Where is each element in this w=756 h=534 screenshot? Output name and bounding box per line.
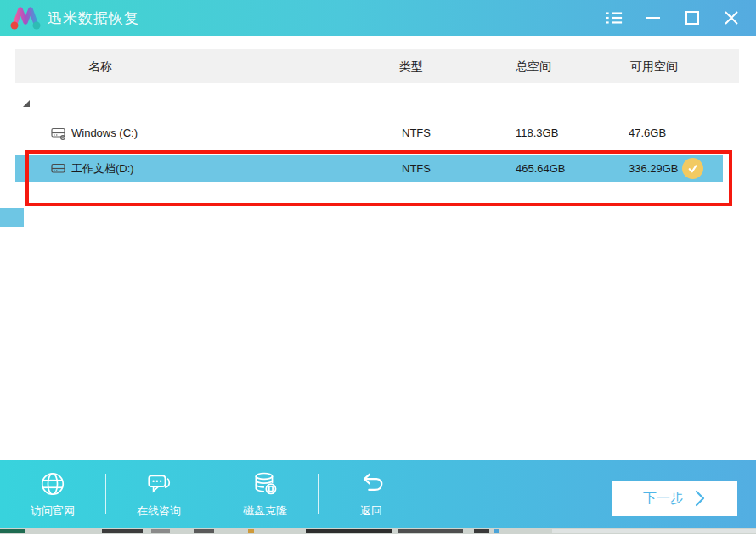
column-header-total[interactable]: 总空间 (516, 49, 551, 83)
drive-name: 工作文档(D:) (71, 155, 134, 182)
app-logo-icon (8, 3, 42, 32)
app-title: 迅米数据恢复 (48, 8, 139, 28)
toolbar-item-label: 磁盘克隆 (243, 503, 287, 519)
disk-clone-button[interactable]: 磁盘克隆 (212, 470, 318, 519)
drive-free: 47.6GB (629, 121, 666, 146)
bottom-toolbar: 访问官网 在线咨询 磁盘克 (0, 460, 756, 528)
app-window: 迅米数据恢复 名称 类型 总空间 (0, 0, 756, 534)
tree-group-divider (110, 104, 714, 104)
drive-total: 118.3GB (516, 121, 558, 146)
drive-free: 336.29GB (629, 155, 679, 182)
minimize-icon[interactable] (644, 8, 663, 27)
drive-row-windows-c[interactable]: Windows (C:) NTFS 118.3GB 47.6GB (0, 121, 739, 146)
titlebar: 迅米数据恢复 (0, 0, 756, 36)
window-controls (605, 8, 756, 27)
drive-name: Windows (C:) (71, 121, 138, 146)
drive-type: NTFS (402, 155, 431, 182)
visit-website-button[interactable]: 访问官网 (0, 470, 105, 519)
drive-row-work-docs-d[interactable]: 工作文档(D:) NTFS 465.64GB 336.29GB (0, 155, 739, 182)
drive-list-panel: 名称 类型 总空间 可用空间 Windows (C:) NTFS 118.3GB… (0, 36, 756, 460)
column-header-name[interactable]: 名称 (88, 49, 112, 83)
next-button[interactable]: 下一步 (612, 481, 737, 516)
selected-check-icon (682, 158, 703, 179)
drive-type: NTFS (402, 121, 431, 146)
online-consult-button[interactable]: 在线咨询 (106, 470, 212, 519)
close-icon[interactable] (722, 8, 741, 27)
drive-icon (51, 162, 67, 177)
toolbar-item-label: 在线咨询 (137, 503, 181, 519)
next-button-label: 下一步 (643, 490, 684, 508)
back-icon (358, 470, 385, 497)
table-header: 名称 类型 总空间 可用空间 (15, 49, 739, 83)
selection-artifact (0, 208, 24, 227)
drive-icon (51, 126, 67, 141)
tree-expander-icon[interactable] (21, 97, 31, 107)
chat-icon (145, 470, 172, 497)
drive-total: 465.64GB (516, 155, 566, 182)
background-window-sliver (0, 528, 756, 534)
toolbar-item-label: 返回 (360, 503, 382, 519)
menu-list-icon[interactable] (605, 8, 623, 27)
back-button[interactable]: 返回 (319, 470, 424, 519)
column-header-free[interactable]: 可用空间 (630, 49, 678, 83)
disk-clone-icon (251, 470, 279, 497)
maximize-icon[interactable] (683, 8, 702, 27)
toolbar-item-label: 访问官网 (31, 503, 75, 519)
column-header-type[interactable]: 类型 (399, 49, 423, 83)
chevron-right-icon (694, 490, 706, 507)
globe-icon (39, 470, 66, 497)
